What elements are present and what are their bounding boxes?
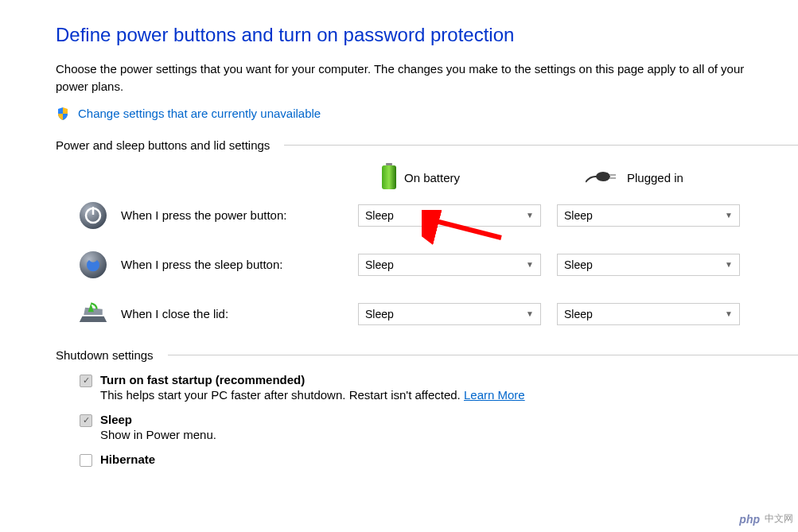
battery-icon	[380, 163, 398, 192]
plugged-label: Plugged in	[627, 171, 683, 184]
power-button-label: When I press the power button:	[121, 208, 286, 222]
select-value: Sleep	[564, 209, 593, 222]
power-button-battery-select[interactable]: Sleep ▼	[358, 204, 541, 227]
svg-rect-2	[386, 163, 392, 165]
select-value: Sleep	[564, 258, 593, 271]
sleep-button-label: When I press the sleep button:	[121, 258, 282, 271]
chevron-down-icon: ▼	[526, 260, 534, 269]
select-value: Sleep	[365, 209, 394, 222]
sleep-title: Sleep	[100, 413, 216, 426]
watermark-text: 中文网	[765, 512, 793, 526]
fast-startup-sub: This helps start your PC faster after sh…	[100, 388, 525, 402]
sleep-button-icon	[78, 250, 108, 280]
php-logo-icon: php	[739, 513, 760, 526]
shutdown-section-label: Shutdown settings	[56, 348, 154, 362]
svg-point-4	[596, 172, 610, 181]
chevron-down-icon: ▼	[725, 260, 733, 269]
change-settings-link[interactable]: Change settings that are currently unava…	[78, 107, 321, 120]
select-value: Sleep	[564, 308, 593, 320]
hibernate-title: Hibernate	[100, 452, 155, 466]
sleep-button-battery-select[interactable]: Sleep ▼	[358, 254, 541, 276]
close-lid-battery-select[interactable]: Sleep ▼	[358, 303, 541, 325]
shield-icon	[56, 107, 70, 121]
power-row-power-button: When I press the power button: Sleep ▼ S…	[56, 200, 798, 231]
power-row-close-lid: When I close the lid: Sleep ▼ Sleep ▼	[56, 299, 798, 329]
shutdown-item-hibernate: Hibernate	[80, 452, 798, 467]
power-button-icon	[78, 200, 108, 231]
power-section-label: Power and sleep buttons and lid settings	[56, 138, 270, 152]
column-header-battery: On battery	[348, 163, 547, 192]
plug-icon	[586, 168, 621, 188]
chevron-down-icon: ▼	[526, 309, 534, 318]
sleep-button-plugged-select[interactable]: Sleep ▼	[557, 254, 740, 276]
fast-startup-title: Turn on fast startup (recommended)	[100, 373, 525, 386]
change-settings-row: Change settings that are currently unava…	[56, 107, 798, 121]
column-header-plugged: Plugged in	[554, 168, 753, 188]
chevron-down-icon: ▼	[725, 309, 733, 318]
shutdown-item-sleep: ✓ Sleep Show in Power menu.	[80, 413, 798, 441]
svg-rect-3	[382, 165, 396, 189]
shutdown-item-fast-startup: ✓ Turn on fast startup (recommended) Thi…	[80, 373, 798, 402]
chevron-down-icon: ▼	[526, 211, 534, 219]
page-description: Choose the power settings that you want …	[56, 60, 756, 95]
sleep-checkbox[interactable]: ✓	[80, 414, 92, 427]
learn-more-link[interactable]: Learn More	[464, 388, 525, 402]
sleep-sub: Show in Power menu.	[100, 428, 216, 441]
watermark: php 中文网	[739, 512, 793, 526]
svg-rect-6	[609, 177, 616, 179]
power-section-header: Power and sleep buttons and lid settings	[56, 138, 798, 152]
close-lid-label: When I close the lid:	[121, 307, 228, 320]
close-lid-plugged-select[interactable]: Sleep ▼	[557, 303, 740, 325]
page-title: Define power buttons and turn on passwor…	[56, 24, 798, 46]
select-value: Sleep	[365, 258, 394, 271]
power-button-plugged-select[interactable]: Sleep ▼	[557, 204, 740, 227]
fast-startup-sub-text: This helps start your PC faster after sh…	[100, 388, 464, 402]
shutdown-section-header: Shutdown settings	[56, 348, 798, 362]
svg-point-7	[80, 202, 107, 229]
hibernate-checkbox[interactable]	[80, 454, 92, 467]
chevron-down-icon: ▼	[725, 211, 733, 219]
power-row-sleep-button: When I press the sleep button: Sleep ▼ S…	[56, 250, 798, 280]
svg-rect-5	[609, 174, 616, 176]
close-lid-icon	[78, 299, 108, 329]
select-value: Sleep	[365, 308, 394, 320]
battery-label: On battery	[404, 171, 460, 184]
fast-startup-checkbox[interactable]: ✓	[80, 375, 92, 387]
